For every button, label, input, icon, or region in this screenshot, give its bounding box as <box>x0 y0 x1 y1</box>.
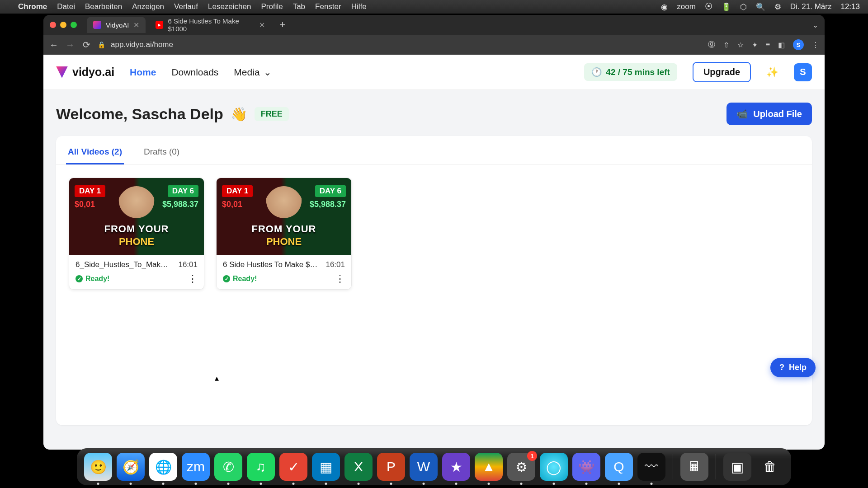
battery-icon[interactable]: 🔋 <box>722 2 731 12</box>
clock-icon: 🕐 <box>591 67 602 77</box>
reload-button[interactable]: ⟳ <box>81 39 91 50</box>
nav-media[interactable]: Media ⌄ <box>234 67 271 78</box>
close-tab-icon[interactable]: ✕ <box>133 21 139 29</box>
menu-anzeigen[interactable]: Anzeigen <box>132 2 164 11</box>
video-title: 6 Side Hustles To Make $1... <box>223 260 318 269</box>
chrome-icon[interactable]: 🌐 <box>149 453 177 481</box>
check-icon: ✓ <box>223 275 230 282</box>
excel-icon[interactable]: X <box>344 453 373 481</box>
upload-label: Upload File <box>753 109 802 119</box>
whatsapp-icon[interactable]: ✆ <box>214 453 242 481</box>
brand-logo[interactable]: vidyo.ai <box>56 66 114 79</box>
tab-youtube[interactable]: ▶ 6 Side Hustles To Make $1000 ✕ <box>149 17 271 33</box>
menu-tab[interactable]: Tab <box>293 2 305 11</box>
mission-control-icon[interactable]: ▣ <box>723 453 751 481</box>
menu-bearbeiten[interactable]: Bearbeiten <box>85 2 122 11</box>
tabstrip: VidyoAI ✕ ▶ 6 Side Hustles To Make $1000… <box>43 15 825 35</box>
search-icon[interactable]: 🔍 <box>756 2 765 12</box>
thumb-day6: DAY 6 <box>315 185 346 197</box>
nav-home[interactable]: Home <box>130 67 156 78</box>
menubar-time[interactable]: 12:13 <box>840 2 860 11</box>
menu-verlauf[interactable]: Verlauf <box>174 2 198 11</box>
status-badge: ✓ Ready! <box>223 275 257 283</box>
tab-vidyoai[interactable]: VidyoAI ✕ <box>87 17 146 33</box>
close-tab-icon[interactable]: ✕ <box>259 21 265 29</box>
mac-menubar: Chrome Datei Bearbeiten Anzeigen Verlauf… <box>0 0 868 14</box>
new-tab-button[interactable]: + <box>275 19 290 31</box>
menu-lesezeichen[interactable]: Lesezeichen <box>208 2 251 11</box>
record-icon[interactable]: ◉ <box>661 2 668 12</box>
status-text: Ready! <box>85 275 109 283</box>
extensions-icon[interactable]: ✦ <box>752 41 758 49</box>
forward-button[interactable]: → <box>65 40 75 50</box>
thumb-amt1: $0,01 <box>75 200 95 209</box>
wave-icon: 👋 <box>231 106 247 122</box>
powerpoint-icon[interactable]: P <box>377 453 405 481</box>
profile-avatar[interactable]: S <box>793 39 804 50</box>
back-button[interactable]: ← <box>49 40 59 50</box>
audio-app-icon[interactable]: 〰 <box>637 453 665 481</box>
imovie-icon[interactable]: ★ <box>442 453 470 481</box>
siri-icon[interactable]: ◯ <box>540 453 568 481</box>
tab-drafts[interactable]: Drafts (0) <box>142 141 181 164</box>
drive-icon[interactable]: ▲ <box>475 453 503 481</box>
help-button[interactable]: ? Help <box>770 358 816 377</box>
logo-mark-icon <box>56 66 68 78</box>
quicktime-icon[interactable]: Q <box>605 453 633 481</box>
tabs-overflow-icon[interactable]: ⌄ <box>812 21 818 29</box>
sparkle-icon[interactable]: ✨ <box>766 66 778 78</box>
finder-icon[interactable]: 🙂 <box>84 453 112 481</box>
reading-list-icon[interactable]: ≡ <box>766 41 770 49</box>
menubar-app[interactable]: Chrome <box>18 2 47 11</box>
video-card[interactable]: DAY 1 DAY 6 $0,01 $5,988.37 FROM YOUR PH… <box>69 178 204 290</box>
spotify-icon[interactable]: ♫ <box>247 453 275 481</box>
todoist-icon[interactable]: ✓ <box>279 453 307 481</box>
zoom-icon[interactable]: zm <box>182 453 210 481</box>
tab-title: VidyoAI <box>106 21 129 29</box>
menubar-date[interactable]: Di. 21. März <box>790 2 832 11</box>
safari-icon[interactable]: 🧭 <box>117 453 145 481</box>
video-card[interactable]: DAY 1 DAY 6 $0,01 $5,988.37 FROM YOUR PH… <box>216 178 352 290</box>
menu-fenster[interactable]: Fenster <box>315 2 341 11</box>
nav-downloads[interactable]: Downloads <box>171 67 218 78</box>
trello-icon[interactable]: ▦ <box>312 453 340 481</box>
word-icon[interactable]: W <box>410 453 438 481</box>
discord-icon[interactable]: 👾 <box>572 453 600 481</box>
video-menu-button[interactable]: ⋮ <box>335 277 345 281</box>
nav-media-label: Media <box>234 67 259 78</box>
close-window-icon[interactable] <box>50 22 56 28</box>
url-bar[interactable]: 🔒 app.vidyo.ai/home <box>98 40 702 49</box>
thumb-amt2: $5,988.37 <box>310 200 346 209</box>
status-badge: ✓ Ready! <box>75 275 109 283</box>
upgrade-button[interactable]: Upgrade <box>693 62 751 82</box>
help-icon: ? <box>779 363 784 372</box>
maximize-window-icon[interactable] <box>71 22 77 28</box>
menu-profile[interactable]: Profile <box>261 2 283 11</box>
user-avatar[interactable]: S <box>794 63 812 81</box>
share-icon[interactable]: ⇧ <box>723 41 729 49</box>
thumb-line1: FROM YOUR <box>217 223 351 235</box>
zoom-label[interactable]: zoom <box>677 2 696 11</box>
bookmark-icon[interactable]: ☆ <box>737 41 744 49</box>
control-center-icon[interactable]: ⚙ <box>774 2 781 12</box>
trash-icon[interactable]: 🗑 <box>756 453 784 481</box>
vidyo-favicon-icon <box>93 21 101 29</box>
upload-file-button[interactable]: 📹 Upload File <box>726 103 812 125</box>
side-panel-icon[interactable]: ◧ <box>778 41 785 49</box>
status-text: Ready! <box>233 275 257 283</box>
time-left-text: 42 / 75 mins left <box>606 67 670 77</box>
video-menu-button[interactable]: ⋮ <box>188 277 198 281</box>
settings-badge: 1 <box>527 451 537 461</box>
menu-hilfe[interactable]: Hilfe <box>351 2 367 11</box>
translate-icon[interactable]: ⓖ <box>708 40 715 50</box>
menu-datei[interactable]: Datei <box>57 2 75 11</box>
wifi-icon[interactable]: ⬡ <box>740 2 747 12</box>
thumb-day1: DAY 1 <box>75 185 105 197</box>
browser-menu-icon[interactable]: ⋮ <box>812 41 819 49</box>
screen-record-icon[interactable]: ⦿ <box>705 2 712 11</box>
upload-icon: 📹 <box>736 108 748 119</box>
settings-icon[interactable]: ⚙1 <box>507 453 535 481</box>
tab-all-videos[interactable]: All Videos (2) <box>66 141 124 164</box>
minimize-window-icon[interactable] <box>60 22 66 28</box>
calculator-icon[interactable]: 🖩 <box>680 453 708 481</box>
